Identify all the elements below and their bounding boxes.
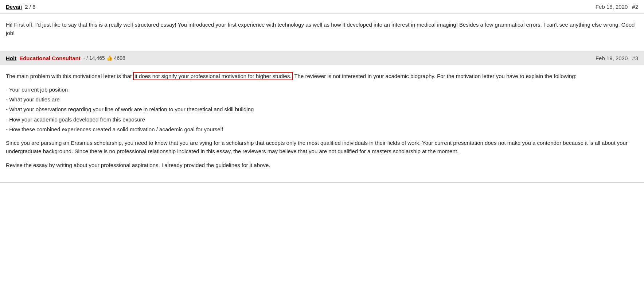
post2-number: #3 (632, 55, 638, 61)
post2-paragraph2: Since you are pursuing an Erasmus schola… (6, 139, 638, 156)
post2-text-before-highlight: The main problem with this motivational … (6, 73, 133, 79)
post2-separator: - (83, 55, 85, 61)
post2-header-right: Feb 19, 2020 #3 (596, 55, 638, 61)
post2-likes: 4698 (114, 55, 125, 61)
post-2: Holt Educational Consultant - / 14,465 👍… (0, 51, 644, 183)
post2-posts: / 14,465 (86, 55, 105, 61)
post1-number: #2 (632, 4, 638, 10)
post2-body: The main problem with this motivational … (0, 65, 644, 182)
post1-header-right: Feb 18, 2020 #2 (596, 4, 638, 10)
post2-list: - Your current job position- What your d… (6, 85, 638, 134)
post2-paragraph3: Revise the essay by writing about your p… (6, 161, 638, 169)
post2-highlighted-text: it does not signify your professional mo… (133, 72, 293, 80)
post1-text: Hi! First off, I'd just like to say that… (6, 20, 638, 38)
list-item: - What your observations regarding your … (6, 105, 638, 113)
post2-date: Feb 19, 2020 (596, 55, 628, 61)
post2-header-left: Holt Educational Consultant - / 14,465 👍… (6, 55, 125, 61)
post2-username[interactable]: Holt (6, 55, 16, 61)
post-1: Devaii 2 / 6 Feb 18, 2020 #2 Hi! First o… (0, 0, 644, 51)
post1-header: Devaii 2 / 6 Feb 18, 2020 #2 (0, 0, 644, 14)
post1-date: Feb 18, 2020 (596, 4, 628, 10)
list-item: - What your duties are (6, 95, 638, 104)
post1-username[interactable]: Devaii (6, 4, 22, 10)
thumbs-up-icon: 👍 (106, 55, 113, 61)
post1-pagination: 2 / 6 (25, 4, 35, 10)
post1-body: Hi! First off, I'd just like to say that… (0, 14, 644, 51)
post1-header-left: Devaii 2 / 6 (6, 4, 35, 10)
list-item: - How your academic goals developed from… (6, 115, 638, 124)
list-item: - How these combined experiences created… (6, 125, 638, 134)
post2-paragraph1: The main problem with this motivational … (6, 72, 638, 80)
list-item: - Your current job position (6, 85, 638, 94)
post2-text-after-highlight: The reviewer is not interested in your a… (293, 73, 577, 79)
post2-stats: - / 14,465 👍 4698 (83, 55, 125, 61)
post2-header: Holt Educational Consultant - / 14,465 👍… (0, 51, 644, 65)
post2-user-title: Educational Consultant (19, 55, 81, 61)
